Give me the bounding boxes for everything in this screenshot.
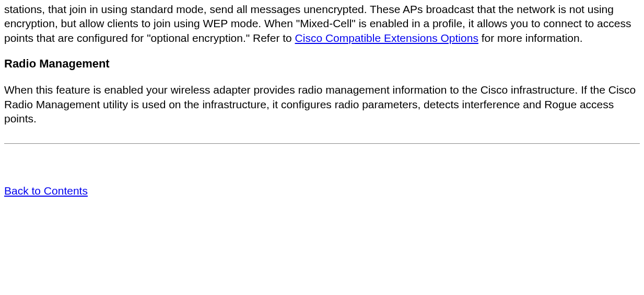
cisco-extensions-link[interactable]: Cisco Compatible Extensions Options xyxy=(295,32,478,44)
section-divider xyxy=(4,143,640,144)
body-paragraph: When this feature is enabled your wirele… xyxy=(4,83,640,126)
intro-paragraph: stations, that join in using standard mo… xyxy=(4,2,640,45)
section-heading: Radio Management xyxy=(4,56,640,72)
back-to-contents-link[interactable]: Back to Contents xyxy=(4,185,88,197)
intro-text-after-link: for more information. xyxy=(478,32,583,44)
